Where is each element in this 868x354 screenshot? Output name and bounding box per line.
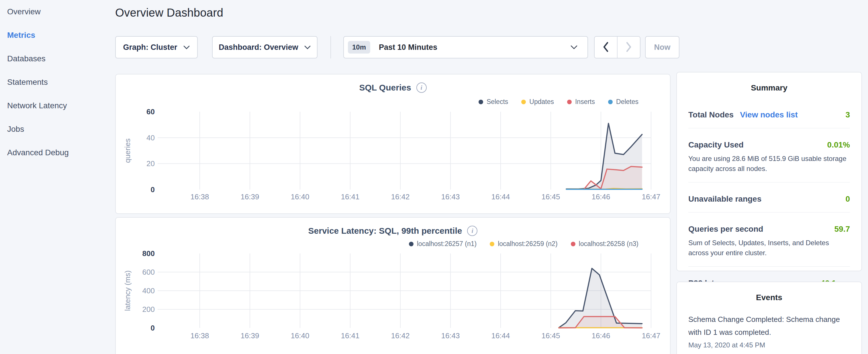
svg-text:16:42: 16:42 [391, 331, 409, 340]
svg-text:latency (ms): latency (ms) [123, 270, 132, 311]
sql-queries-plot[interactable]: 16:3816:3916:4016:4116:4216:4316:4416:45… [116, 103, 671, 203]
summary-row-value: 0.01% [827, 140, 850, 150]
chevron-left-icon [602, 41, 609, 53]
time-range-label: Past 10 Minutes [379, 43, 570, 52]
dashboard-dropdown-label: Dashboard: Overview [219, 43, 298, 52]
graph-dropdown[interactable]: Graph: Cluster [115, 36, 198, 58]
svg-text:16:47: 16:47 [642, 192, 660, 201]
page-title: Overview Dashboard [115, 6, 223, 19]
summary-panel: Summary Total Nodes View nodes list 3 Ca… [676, 72, 862, 271]
svg-text:60: 60 [147, 107, 155, 116]
event-item-timestamp: May 13, 2020 at 4:45 PM [688, 341, 850, 349]
svg-text:16:38: 16:38 [190, 331, 209, 340]
svg-text:queries: queries [123, 138, 132, 163]
events-panel: Events Schema Change Completed: Schema c… [676, 282, 862, 354]
sidebar-item-statements[interactable]: Statements [0, 70, 115, 94]
chevron-down-icon [183, 45, 190, 50]
svg-text:16:39: 16:39 [241, 331, 259, 340]
svg-text:16:44: 16:44 [491, 192, 510, 201]
chevron-right-icon [625, 41, 632, 53]
view-nodes-list-link[interactable]: View nodes list [740, 110, 798, 120]
summary-row-label: Total Nodes [688, 110, 734, 120]
sidebar: Overview Metrics Databases Statements Ne… [0, 0, 115, 164]
summary-row-queries-per-second: Queries per second 59.7 [688, 225, 850, 234]
toolbar-divider [331, 36, 331, 58]
svg-text:400: 400 [143, 286, 155, 295]
summary-row-description: Sum of Selects, Updates, Inserts, and De… [688, 238, 850, 258]
summary-row-value: 3 [845, 110, 850, 120]
svg-text:16:45: 16:45 [541, 331, 560, 340]
svg-text:16:41: 16:41 [341, 192, 359, 201]
sidebar-item-jobs[interactable]: Jobs [0, 118, 115, 141]
summary-row-value: 59.7 [834, 225, 850, 234]
sidebar-item-network-latency[interactable]: Network Latency [0, 94, 115, 118]
graph-dropdown-label: Graph: Cluster [123, 43, 177, 52]
time-range-dropdown[interactable]: 10m Past 10 Minutes [343, 36, 588, 58]
divider [688, 266, 850, 267]
svg-text:0: 0 [151, 324, 155, 332]
svg-text:16:43: 16:43 [441, 192, 460, 201]
divider [688, 128, 850, 128]
summary-row-label: Capacity Used [688, 140, 744, 150]
time-pager [594, 36, 641, 58]
service-latency-chart-card: Service Latency: SQL, 99th percentile i … [115, 217, 671, 354]
sql-queries-chart-card: SQL Queries i Selects Updates Inserts De… [115, 74, 671, 214]
svg-text:16:47: 16:47 [642, 331, 660, 340]
sidebar-item-overview[interactable]: Overview [0, 0, 115, 24]
summary-row-label: Queries per second [688, 225, 763, 234]
chart-title: Service Latency: SQL, 99th percentile [308, 226, 462, 236]
event-item-text: Schema Change Completed: Schema change w… [688, 313, 850, 339]
svg-text:16:46: 16:46 [591, 192, 610, 201]
info-icon[interactable]: i [467, 226, 477, 236]
info-icon[interactable]: i [416, 83, 427, 93]
svg-text:16:43: 16:43 [441, 331, 460, 340]
summary-row-label: Unavailable ranges [688, 194, 762, 204]
summary-row-total-nodes: Total Nodes View nodes list 3 [688, 110, 850, 120]
svg-text:16:42: 16:42 [391, 192, 409, 201]
sidebar-item-databases[interactable]: Databases [0, 47, 115, 70]
chart-title: SQL Queries [359, 83, 411, 93]
time-range-badge: 10m [348, 41, 370, 54]
time-next-button[interactable] [618, 37, 640, 58]
svg-text:40: 40 [147, 133, 155, 142]
summary-row-capacity-used: Capacity Used 0.01% [688, 140, 850, 150]
svg-text:16:41: 16:41 [341, 331, 359, 340]
summary-row-value: 0 [845, 194, 850, 204]
divider [688, 182, 850, 183]
svg-text:16:38: 16:38 [190, 192, 209, 201]
sidebar-item-metrics[interactable]: Metrics [0, 24, 115, 47]
chevron-down-icon [570, 45, 578, 50]
dashboard-dropdown[interactable]: Dashboard: Overview [212, 36, 317, 58]
svg-text:800: 800 [143, 249, 155, 258]
svg-text:16:44: 16:44 [491, 331, 510, 340]
svg-text:20: 20 [147, 159, 155, 168]
svg-text:600: 600 [143, 268, 155, 277]
events-title: Events [688, 293, 850, 302]
svg-text:16:40: 16:40 [290, 331, 309, 340]
now-button[interactable]: Now [645, 36, 679, 58]
svg-text:0: 0 [151, 185, 155, 194]
svg-text:200: 200 [143, 305, 155, 314]
summary-title: Summary [688, 83, 850, 93]
svg-text:16:39: 16:39 [241, 192, 259, 201]
service-latency-plot[interactable]: 16:3816:3916:4016:4116:4216:4316:4416:45… [116, 245, 671, 345]
time-prev-button[interactable] [595, 37, 618, 58]
summary-row-unavailable-ranges: Unavailable ranges 0 [688, 194, 850, 204]
sidebar-item-advanced-debug[interactable]: Advanced Debug [0, 141, 115, 164]
summary-row-description: You are using 28.6 MiB of 515.9 GiB usab… [688, 154, 850, 173]
svg-text:16:45: 16:45 [541, 192, 560, 201]
svg-text:16:46: 16:46 [591, 331, 610, 340]
chevron-down-icon [304, 45, 311, 50]
svg-text:16:40: 16:40 [290, 192, 309, 201]
divider [688, 212, 850, 213]
